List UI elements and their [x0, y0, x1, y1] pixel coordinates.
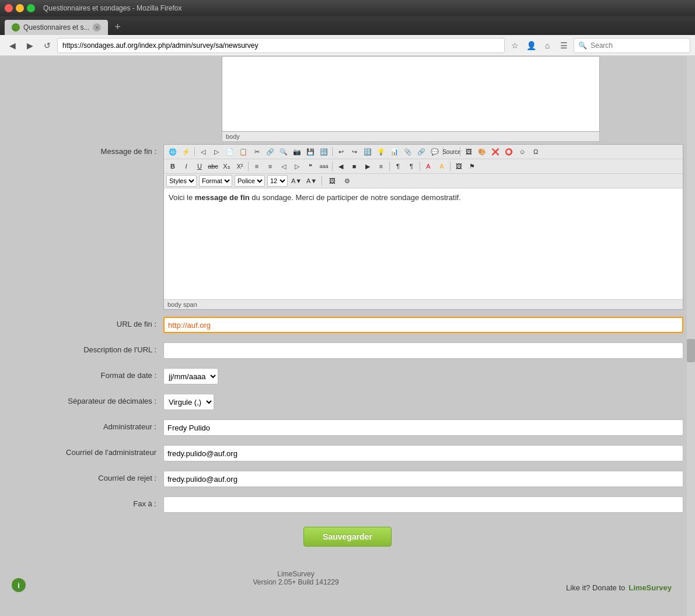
toolbar-redo[interactable]: ↪	[348, 146, 361, 158]
toolbar-img2[interactable]: 🖼	[452, 160, 465, 172]
sep5	[248, 162, 249, 171]
toolbar-superscript[interactable]: X²	[233, 160, 246, 172]
toolbar-blockquote[interactable]: ❝	[304, 160, 317, 172]
tab-label: Questionnaires et s...	[23, 23, 89, 32]
like-text: Like it? Donate to	[566, 583, 625, 592]
limesurvey-logo: Like it? Donate to LimeSurvey	[566, 583, 683, 592]
window-controls	[5, 4, 35, 12]
url-bar[interactable]	[57, 38, 505, 53]
toolbar-ol[interactable]: ≡	[250, 160, 263, 172]
toolbar-align-right[interactable]: ▶	[361, 160, 374, 172]
toolbar-align-center[interactable]: ■	[348, 160, 361, 172]
sep10	[322, 176, 322, 186]
toolbar-div[interactable]: aaa	[317, 160, 330, 172]
reload-button[interactable]: ↺	[40, 38, 55, 53]
toolbar-font-color[interactable]: A	[422, 160, 435, 172]
date-format-select[interactable]: jj/mm/aaaa mm/jj/aaaa aaaa/mm/jj	[163, 368, 218, 384]
toolbar-undo-arrow[interactable]: ◁	[197, 146, 209, 158]
toolbar-rtl[interactable]: ¶	[405, 160, 418, 172]
bookmark-button[interactable]: ☆	[507, 38, 522, 53]
search-input[interactable]	[574, 38, 690, 53]
toolbar-font[interactable]: 🔠	[361, 146, 374, 158]
url-fin-input[interactable]	[163, 317, 683, 333]
toolbar-flash[interactable]: ⚡	[180, 146, 193, 158]
toolbar-omega[interactable]: Ω	[529, 146, 542, 158]
toolbar-align-justify[interactable]: ≡	[375, 160, 387, 172]
toolbar-chars[interactable]: 🔣	[317, 146, 330, 158]
admin-input[interactable]	[163, 419, 683, 436]
main-content: body Message de fin : 🌐 ⚡ ◁ ▷	[0, 56, 695, 616]
toolbar-indent[interactable]: ▷	[291, 160, 303, 172]
toolbar-cut[interactable]: ✂	[250, 146, 263, 158]
identity-button[interactable]: 👤	[523, 38, 539, 53]
window-titlebar: Questionnaires et sondages - Mozilla Fir…	[0, 0, 695, 16]
url-description-input[interactable]	[163, 342, 683, 359]
toolbar-redo-arrow[interactable]: ▷	[210, 146, 223, 158]
toolbar-ltr[interactable]: ¶	[392, 160, 404, 172]
menu-button[interactable]: ☰	[556, 38, 571, 53]
toolbar-link[interactable]: 🔗	[264, 146, 277, 158]
toolbar-italic[interactable]: I	[180, 160, 193, 172]
toolbar-ul[interactable]: ≡	[264, 160, 277, 172]
police-select[interactable]: Police	[235, 175, 265, 187]
tab-favicon: 🌿	[12, 23, 20, 32]
admin-email-row: Courriel de l'administrateur	[12, 443, 683, 464]
decimal-sep-label: Séparateur de décimales :	[12, 394, 163, 405]
taille-select[interactable]: 12	[267, 175, 288, 187]
toolbar-attach[interactable]: 📎	[401, 146, 414, 158]
maximize-button[interactable]	[27, 4, 35, 12]
toolbar-outdent[interactable]: ◁	[277, 160, 290, 172]
scrollbar-thumb[interactable]	[687, 339, 695, 362]
toolbar-no[interactable]: ❌	[489, 146, 502, 158]
decimal-sep-select[interactable]: Virgule (,) Point (.)	[163, 394, 214, 410]
new-tab-button[interactable]: +	[110, 20, 124, 34]
toolbar-color[interactable]: 🎨	[476, 146, 488, 158]
date-format-label: Format de date :	[12, 368, 163, 380]
save-button[interactable]: Sauvegarder	[303, 527, 392, 547]
toolbar-chart[interactable]: 📊	[388, 146, 401, 158]
toolbar-img3[interactable]: 🖼	[326, 175, 338, 187]
active-tab[interactable]: 🌿 Questionnaires et s... ×	[5, 20, 108, 35]
scrollbar-right[interactable]	[687, 56, 695, 616]
toolbar-hint[interactable]: 💡	[375, 146, 387, 158]
home-button[interactable]: ⌂	[540, 38, 555, 53]
format-select[interactable]: Format	[199, 175, 232, 187]
toolbar-subscript[interactable]: X₂	[220, 160, 233, 172]
toolbar-bold[interactable]: B	[166, 160, 179, 172]
forward-button[interactable]: ▶	[22, 38, 37, 53]
toolbar-color-a[interactable]: A▼	[290, 175, 303, 187]
styles-select[interactable]: Styles	[166, 175, 197, 187]
minimize-button[interactable]	[16, 4, 24, 12]
fax-input[interactable]	[163, 496, 683, 513]
toolbar-align-left[interactable]: ◀	[334, 160, 347, 172]
date-format-row: Format de date : jj/mm/aaaa mm/jj/aaaa a…	[12, 366, 683, 387]
toolbar-frame[interactable]: 🖼	[462, 146, 475, 158]
editor-content-area[interactable]: Voici le message de fin du sondage. Merc…	[164, 188, 683, 299]
toolbar-settings[interactable]: ⚙	[341, 175, 354, 187]
form-section: Message de fin : 🌐 ⚡ ◁ ▷ 📄 📋 ✂	[0, 142, 695, 547]
toolbar-save[interactable]: 💾	[304, 146, 317, 158]
toolbar-undo[interactable]: ↩	[334, 146, 347, 158]
toolbar-underline[interactable]: U	[193, 160, 206, 172]
toolbar-comment[interactable]: 💬	[428, 146, 441, 158]
bounce-email-input[interactable]	[163, 471, 683, 487]
back-button[interactable]: ◀	[5, 38, 20, 53]
toolbar-flag[interactable]: ⚑	[466, 160, 479, 172]
toolbar-emoji[interactable]: ☺	[516, 146, 529, 158]
toolbar-search[interactable]: 🔍	[277, 146, 290, 158]
toolbar-copy[interactable]: 📋	[237, 146, 250, 158]
sep4	[460, 147, 460, 156]
toolbar-link2[interactable]: 🔗	[415, 146, 428, 158]
admin-email-input[interactable]	[163, 445, 683, 461]
info-icon[interactable]: i	[12, 578, 26, 592]
toolbar-image[interactable]: 📷	[291, 146, 303, 158]
toolbar-bg-color[interactable]: A	[435, 160, 448, 172]
toolbar-source[interactable]: Source	[445, 146, 458, 158]
toolbar-strike[interactable]: abc	[207, 160, 219, 172]
close-button[interactable]	[5, 4, 13, 12]
toolbar-circle[interactable]: ⭕	[502, 146, 515, 158]
tab-close-button[interactable]: ×	[93, 23, 101, 32]
toolbar-highlight[interactable]: A▼	[305, 175, 318, 187]
toolbar-globe[interactable]: 🌐	[166, 146, 179, 158]
toolbar-doc[interactable]: 📄	[223, 146, 236, 158]
